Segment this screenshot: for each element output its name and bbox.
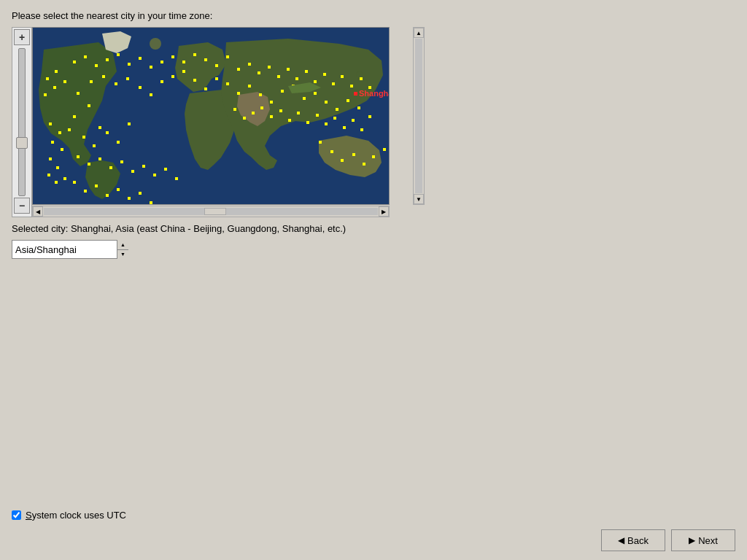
zoom-slider-track (18, 48, 26, 196)
next-button[interactable]: ▶ Next (671, 529, 735, 551)
navigation-buttons: ◀ Back ▶ Next (12, 529, 735, 551)
timezone-spinner: ▲ ▼ (117, 240, 128, 259)
timezone-spin-up[interactable]: ▲ (117, 240, 128, 250)
back-label: Back (627, 535, 649, 546)
timezone-select-wrapper: Asia/Shanghai Asia/Beijing Asia/Tokyo Am… (12, 240, 128, 259)
scroll-right-button[interactable]: ▶ (379, 206, 389, 217)
map-controls: + − (12, 27, 32, 217)
instruction-text: Please select the nearest city in your t… (12, 10, 735, 21)
map-horizontal-scrollbar[interactable]: ◀ ▶ (32, 206, 390, 217)
utc-label: System clock uses UTC (26, 510, 126, 521)
bottom-section: System clock uses UTC ◀ Back ▶ Next (12, 510, 735, 551)
scroll-thumb-horizontal[interactable] (204, 208, 226, 215)
scroll-up-button[interactable]: ▲ (414, 28, 424, 38)
utc-checkbox[interactable] (12, 510, 21, 520)
map-area: + − ▲ ▼ (12, 27, 413, 217)
page-container: Please select the nearest city in your t… (0, 0, 747, 560)
scroll-left-button[interactable]: ◀ (33, 206, 43, 217)
timezone-spin-down[interactable]: ▼ (117, 250, 128, 260)
scroll-down-button[interactable]: ▼ (414, 194, 424, 204)
world-map[interactable] (33, 28, 390, 205)
timezone-select[interactable]: Asia/Shanghai Asia/Beijing Asia/Tokyo Am… (12, 240, 128, 259)
map-viewport[interactable] (32, 27, 390, 205)
scroll-track-horizontal (44, 208, 378, 215)
back-icon: ◀ (618, 535, 624, 545)
back-button[interactable]: ◀ Back (601, 529, 665, 551)
selected-city-info: Selected city: Shanghai, Asia (east Chin… (12, 223, 735, 234)
next-icon: ▶ (689, 535, 695, 545)
map-vertical-scrollbar[interactable]: ▲ ▼ (413, 27, 425, 205)
utc-row: System clock uses UTC (12, 510, 735, 521)
zoom-in-button[interactable]: + (14, 29, 30, 45)
zoom-out-button[interactable]: − (14, 198, 30, 214)
map-scroll-container: ▲ ▼ ◀ ▶ (32, 27, 413, 217)
zoom-slider-thumb[interactable] (16, 137, 28, 149)
timezone-select-row: Asia/Shanghai Asia/Beijing Asia/Tokyo Am… (12, 240, 735, 259)
scroll-track-vertical (415, 39, 422, 193)
next-label: Next (698, 535, 718, 546)
